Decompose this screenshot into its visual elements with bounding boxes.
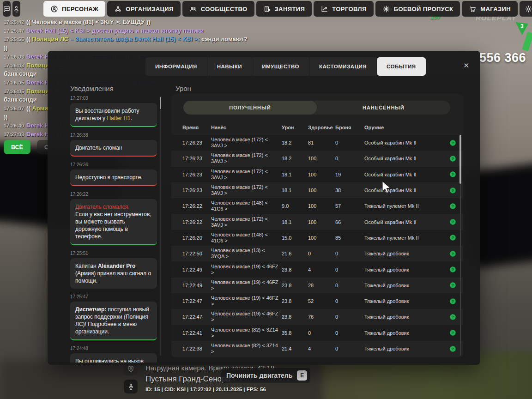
mouse-cursor-icon (381, 181, 392, 196)
table-row[interactable]: 17:22:50Человек в маске (13) < 3YQA >21.… (171, 246, 463, 261)
svg-text:?: ? (452, 267, 454, 272)
notification: 17:26:38Двигатель сломан (70, 133, 157, 157)
weapon-info-icon[interactable]: ? (447, 298, 459, 305)
weapon-info-icon[interactable]: ? (447, 282, 459, 289)
table-row[interactable]: 17:22:38Человек в маске (82) < 3Z14 >21.… (171, 341, 463, 357)
topbar-tab-label: ПЕРСОНАЖ (62, 6, 98, 12)
weapon-info-icon[interactable]: ? (447, 329, 459, 336)
svg-text:?: ? (452, 157, 454, 161)
table-row[interactable]: 17:26:23Человек в маске (172) < 3AVJ >18… (171, 151, 463, 166)
character-events-modal: ИНФОРМАЦИЯНАВЫКИИМУЩЕСТВОКАСТОМИЗАЦИЯСОБ… (48, 51, 480, 365)
topbar-tab-label: ТОРГОВЛЯ (332, 6, 366, 12)
topbar-tab-trade[interactable]: ТОРГОВЛЯ (314, 1, 373, 17)
table-row[interactable]: 17:26:23Человек в маске (172) < 3AVJ >18… (171, 135, 463, 151)
notification-card[interactable]: Диспетчер: поступил новый запрос поддерж… (70, 302, 157, 340)
topbar-tab-label: СООБЩЕСТВО (201, 6, 248, 12)
weapon-info-icon[interactable]: ? (447, 266, 459, 273)
report-icon-button[interactable] (12, 1, 20, 17)
svg-text:?: ? (452, 188, 454, 193)
damage-subtab[interactable]: НАНЕСЁННЫЙ (317, 101, 450, 115)
weapon-info-icon[interactable]: ? (447, 187, 459, 194)
damage-subtab[interactable]: ПОЛУЧЕННЫЙ (183, 101, 317, 115)
damage-scrollbar-thumb[interactable] (459, 135, 461, 184)
topbar-right (520, 1, 532, 17)
weapon-info-icon[interactable]: ? (447, 250, 459, 257)
svg-text:?: ? (452, 204, 454, 208)
notification-time: 17:25:47 (70, 294, 157, 299)
topbar-tab-label: ЗАНЯТИЯ (275, 6, 305, 12)
community-icon (189, 5, 197, 13)
table-row[interactable]: 17:22:49Человек в маске (19) < 46FZ >23.… (171, 278, 463, 293)
notification-card[interactable]: Двигатель сломан (70, 140, 157, 157)
notifications-scrollbar-track (160, 97, 161, 356)
weapon-info-icon[interactable]: ? (447, 234, 459, 241)
notification-time: 17:26:38 (70, 133, 157, 138)
table-row[interactable]: 17:26:23Человек в маске (172) < 3AVJ >18… (171, 182, 463, 198)
chat-icon-button[interactable] (3, 1, 11, 17)
notification-card[interactable]: Двигатель сломался.Если у вас нет инстру… (70, 199, 157, 245)
weapon-info-icon[interactable]: ? (447, 345, 459, 352)
org-icon (114, 5, 122, 13)
notification-list: 17:27:03Вы восстановили работу двигателя… (70, 96, 157, 363)
damage-title: Урон (175, 85, 191, 92)
svg-text:?: ? (452, 284, 454, 288)
weapon-info-icon[interactable]: ? (447, 155, 459, 162)
microphone-button[interactable] (124, 380, 138, 393)
weapon-info-icon[interactable]: ? (447, 314, 459, 320)
notification-card[interactable]: Недоступно в транспорте. (70, 169, 157, 186)
weapon-info-icon[interactable]: ? (447, 218, 459, 225)
modal-tab-события[interactable]: СОБЫТИЯ (377, 57, 426, 76)
modal-tab-кастомизация[interactable]: КАСТОМИЗАЦИЯ (309, 57, 377, 76)
topbar-tab-shop[interactable]: МАГАЗИН (462, 1, 518, 17)
close-icon[interactable]: ✕ (463, 62, 469, 69)
damage-header: ВремяНанёсУронЗдоровьеБроняОружие (171, 122, 457, 133)
weapon-info-icon[interactable]: ? (447, 171, 459, 178)
svg-text:?: ? (452, 173, 454, 177)
column-header: Время (182, 125, 211, 130)
settings-button[interactable] (520, 1, 532, 17)
table-row[interactable]: 17:22:41Человек в маске (82) < 3Z14 >35.… (171, 325, 463, 341)
table-row[interactable]: 17:26:23Человек в маске (172) < 3AVJ >18… (171, 167, 463, 182)
table-row[interactable]: 17:26:22Человек в маске (172) < 3AVJ >18… (171, 214, 463, 230)
topbar-tab-activities[interactable]: ЗАНЯТИЯ (256, 1, 312, 17)
damage-rows: 17:26:23Человек в маске (172) < 3AVJ >18… (171, 135, 463, 357)
notification-time: 17:24:48 (70, 346, 157, 351)
notifications-scrollbar-thumb[interactable] (160, 97, 161, 109)
svg-text:?: ? (452, 220, 454, 224)
table-row[interactable]: 17:22:49Человек в маске (19) < 46FZ >23.… (171, 261, 463, 277)
weapon-info-icon[interactable]: ? (447, 139, 459, 146)
svg-text:?: ? (452, 315, 454, 319)
chat-message: 17:25:42(( Человек в маске (81) < 3KIY >… (4, 18, 299, 27)
notification-card[interactable]: Вы восстановили работу двигателя у Hatte… (70, 103, 157, 127)
topbar-tab-community[interactable]: СООБЩЕСТВО (182, 1, 254, 17)
table-row[interactable]: 17:22:47Человек в маске (19) < 46FZ >23.… (171, 293, 463, 309)
modal-tab-информация[interactable]: ИНФОРМАЦИЯ (145, 57, 207, 76)
topbar-tab-character[interactable]: ПЕРСОНАЖ (43, 1, 105, 17)
column-header: Урон (282, 125, 308, 130)
topbar-tab-organization[interactable]: ОРГАНИЗАЦИЯ (107, 1, 181, 17)
modal-tab-навыки[interactable]: НАВЫКИ (207, 57, 252, 76)
microphone-icon (127, 383, 135, 391)
interaction-prompt: Починить двигатель E (221, 368, 310, 383)
notification-card[interactable]: Капитан Alexander Pro (Армия) принял ваш… (70, 258, 157, 289)
status-line: ID: 15 | CID: KSI | 17:27:02 | 20.11.202… (145, 386, 274, 393)
table-row[interactable]: 17:26:22Человек в маске (148) < 41C6 >9.… (171, 198, 463, 214)
battlepass-icon (382, 5, 390, 13)
svg-text:?: ? (452, 347, 454, 351)
topbar-tab-label: МАГАЗИН (480, 6, 511, 12)
table-row[interactable]: 17:26:20Человек в маске (148) < 41C6 >15… (171, 230, 463, 246)
svg-text:?: ? (452, 236, 454, 240)
modal-tab-имущество[interactable]: ИМУЩЕСТВО (252, 57, 309, 76)
gear-icon (525, 5, 532, 13)
weapon-info-icon[interactable]: ? (447, 203, 459, 210)
topbar-tab-battlepass[interactable]: БОЕВОЙ ПРОПУСК (375, 1, 460, 17)
chat-timestamp: 17:25:47 (4, 28, 24, 34)
top-navigation: ПЕРСОНАЖОРГАНИЗАЦИЯСООБЩЕСТВОЗАНЯТИЯТОРГ… (3, 1, 529, 17)
chat-message: 17:25:55(( Полиция ЛС – Заместитель шефа… (4, 35, 299, 44)
damage-card: ПОЛУЧЕННЫЙНАНЕСЁННЫЙ ВремяНанёсУронЗдоро… (171, 94, 463, 357)
notification-card[interactable]: Вы откликнулись на вызов Damir Montana (… (70, 353, 157, 363)
chat-filter-all[interactable]: ВСЁ (4, 140, 30, 154)
notification: 17:24:48Вы откликнулись на вызов Damir M… (70, 346, 157, 363)
table-row[interactable]: 17:22:47Человек в маске (19) < 46FZ >23.… (171, 309, 463, 325)
chat-timestamp: 17:25:55 (4, 36, 24, 42)
